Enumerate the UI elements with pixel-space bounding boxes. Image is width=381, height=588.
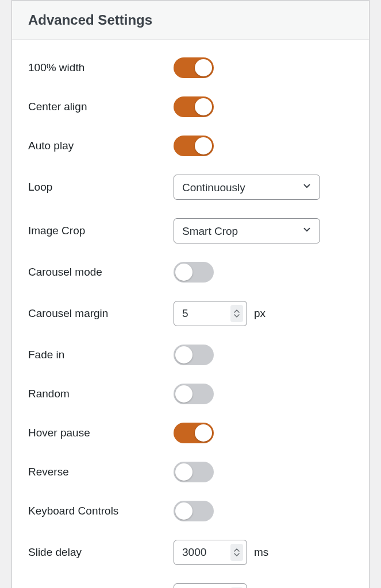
row-center-align: Center align <box>28 96 353 117</box>
select-image-crop[interactable]: Smart Crop <box>174 218 320 243</box>
panel-header: Advanced Settings <box>12 0 369 40</box>
stepper-carousel-margin[interactable] <box>230 305 243 322</box>
label-reverse: Reverse <box>28 466 174 478</box>
panel-title: Advanced Settings <box>28 12 353 28</box>
label-fade-in: Fade in <box>28 349 174 361</box>
row-fade-in: Fade in <box>28 345 353 365</box>
label-image-crop: Image Crop <box>28 225 174 237</box>
unit-slide-delay: ms <box>254 546 268 559</box>
row-full-width: 100% width <box>28 57 353 78</box>
label-loop: Loop <box>28 181 174 194</box>
row-carousel-margin: Carousel margin px <box>28 301 353 326</box>
toggle-full-width[interactable] <box>174 57 214 78</box>
row-random: Random <box>28 384 353 404</box>
toggle-center-align[interactable] <box>174 96 214 117</box>
toggle-hover-pause[interactable] <box>174 423 214 443</box>
label-carousel-margin: Carousel margin <box>28 307 174 320</box>
row-image-crop: Image Crop Smart Crop <box>28 218 353 243</box>
row-reverse: Reverse <box>28 462 353 482</box>
panel-body: 100% width Center align Auto play <box>12 40 369 588</box>
advanced-settings-panel: Advanced Settings 100% width Center alig… <box>11 0 370 588</box>
label-center-align: Center align <box>28 100 174 113</box>
toggle-reverse[interactable] <box>174 462 214 482</box>
row-slide-delay: Slide delay ms <box>28 540 353 565</box>
toggle-random[interactable] <box>174 384 214 404</box>
row-carousel-mode: Carousel mode <box>28 262 353 283</box>
toggle-auto-play[interactable] <box>174 136 214 156</box>
stepper-slide-delay[interactable] <box>230 544 243 561</box>
row-keyboard: Keyboard Controls <box>28 501 353 521</box>
unit-carousel-margin: px <box>254 307 265 320</box>
row-anim-speed: Animation speed ms <box>28 583 353 588</box>
label-carousel-mode: Carousel mode <box>28 266 174 278</box>
input-slide-delay[interactable] <box>174 546 214 559</box>
row-hover-pause: Hover pause <box>28 423 353 443</box>
row-loop: Loop Continuously <box>28 175 353 200</box>
input-carousel-margin[interactable] <box>174 307 214 320</box>
label-random: Random <box>28 388 174 400</box>
label-full-width: 100% width <box>28 61 174 74</box>
toggle-carousel-mode[interactable] <box>174 262 214 283</box>
toggle-fade-in[interactable] <box>174 345 214 365</box>
toggle-keyboard[interactable] <box>174 501 214 521</box>
label-hover-pause: Hover pause <box>28 427 174 439</box>
select-loop[interactable]: Continuously <box>174 175 320 200</box>
row-auto-play: Auto play <box>28 136 353 156</box>
label-slide-delay: Slide delay <box>28 546 174 559</box>
label-keyboard: Keyboard Controls <box>28 505 174 517</box>
label-auto-play: Auto play <box>28 140 174 152</box>
